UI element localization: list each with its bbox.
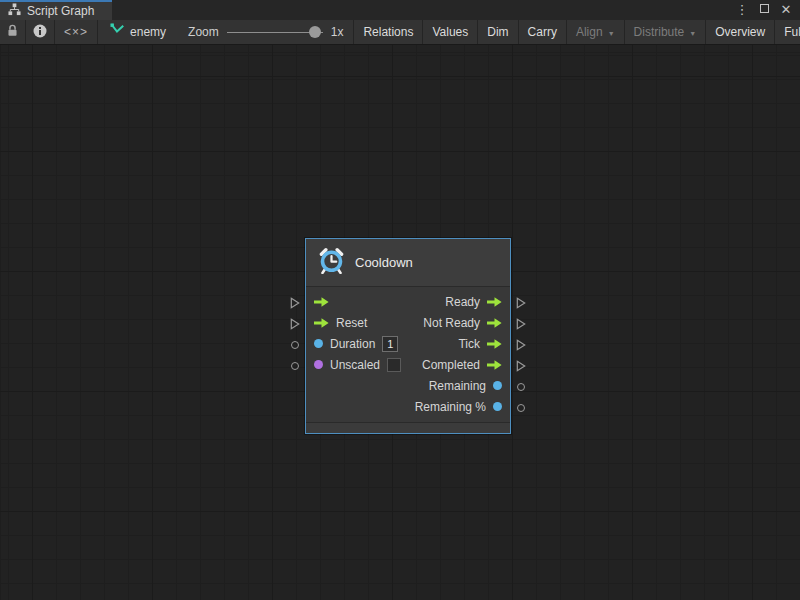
port-label: Remaining % (415, 400, 486, 414)
external-input-duration[interactable] (289, 339, 301, 351)
value-dot-icon (314, 339, 323, 348)
code-icon: <×> (64, 25, 88, 39)
flow-arrow-icon (314, 293, 329, 311)
tab-script-graph[interactable]: Script Graph (0, 0, 112, 20)
value-dot-icon (493, 402, 502, 411)
external-input-enter[interactable] (289, 297, 301, 309)
script-graph-window: Script Graph ⋮ ✕ (0, 0, 800, 600)
port-row: Remaining % (306, 396, 510, 417)
output-port-notready[interactable]: Not Ready (423, 314, 502, 332)
tab-bar: Script Graph ⋮ ✕ (0, 0, 800, 20)
flow-arrow-icon (314, 314, 329, 332)
graph-node-icon (110, 23, 124, 41)
external-output-tick[interactable] (515, 339, 527, 351)
toolbar-buttons: RelationsValuesDimCarryAlign▼Distribute▼… (354, 20, 800, 44)
lock-icon (7, 24, 18, 40)
toolbar-button-label: Carry (528, 25, 557, 39)
zoom-slider-handle[interactable] (309, 26, 321, 38)
maximize-icon[interactable] (756, 2, 772, 18)
value-dot-icon (314, 360, 323, 369)
port-label: Completed (422, 358, 480, 372)
window-controls: ⋮ ✕ (734, 0, 800, 20)
node-footer (306, 422, 510, 433)
zoom-value: 1x (331, 25, 344, 39)
graph-breadcrumb[interactable]: enemy (98, 20, 178, 44)
duration-value-field[interactable]: 1 (382, 336, 398, 352)
info-button[interactable] (26, 20, 54, 44)
zoom-control: Zoom 1x (178, 20, 353, 44)
external-output-ready[interactable] (515, 297, 527, 309)
graph-canvas[interactable]: Cooldown ReadyResetNot ReadyDuration1Tic… (0, 45, 800, 600)
toolbar-button-align[interactable]: Align▼ (567, 20, 624, 44)
flow-arrow-icon (487, 356, 502, 374)
toolbar-button-distribute[interactable]: Distribute▼ (625, 20, 706, 44)
node-title: Cooldown (355, 255, 413, 270)
toolbar-button-label: Distribute (634, 25, 685, 39)
chevron-down-icon: ▼ (608, 30, 615, 37)
output-port-ready[interactable]: Ready (445, 293, 502, 311)
lock-button[interactable] (0, 20, 25, 44)
external-input-unscaled[interactable] (289, 360, 301, 372)
cooldown-node[interactable]: Cooldown ReadyResetNot ReadyDuration1Tic… (305, 238, 511, 434)
info-icon (33, 24, 47, 41)
output-port-completed[interactable]: Completed (422, 356, 502, 374)
toolbar-button-dim[interactable]: Dim (478, 20, 517, 44)
external-output-remaining[interactable] (515, 381, 527, 393)
port-row: Remaining (306, 375, 510, 396)
node-ports: ReadyResetNot ReadyDuration1TickUnscaled… (306, 287, 510, 422)
graph-name: enemy (130, 25, 166, 39)
graph-hierarchy-icon (8, 2, 21, 20)
output-port-remaining[interactable]: Remaining % (415, 400, 502, 414)
zoom-label: Zoom (188, 25, 219, 39)
port-label: Ready (445, 295, 480, 309)
port-row: ResetNot Ready (306, 312, 510, 333)
node-header[interactable]: Cooldown (306, 239, 510, 287)
input-port-unscaled[interactable]: Unscaled (314, 358, 401, 372)
toolbar-button-label: Full Screen (784, 25, 800, 39)
toolbar-button-label: Dim (487, 25, 508, 39)
tab-label: Script Graph (27, 4, 94, 18)
port-row: Ready (306, 291, 510, 312)
flow-arrow-icon (487, 314, 502, 332)
port-label: Reset (336, 316, 367, 330)
input-port-enter[interactable] (314, 293, 329, 311)
unscaled-checkbox[interactable] (387, 358, 401, 372)
kebab-menu-icon[interactable]: ⋮ (734, 2, 750, 18)
output-port-tick[interactable]: Tick (458, 335, 502, 353)
input-port-duration[interactable]: Duration1 (314, 336, 398, 352)
port-label: Unscaled (330, 358, 380, 372)
toolbar-button-full-screen[interactable]: Full Screen (775, 20, 800, 44)
external-output-remaining[interactable] (515, 402, 527, 414)
toolbar-button-label: Values (432, 25, 468, 39)
external-output-notready[interactable] (515, 318, 527, 330)
alarm-clock-icon (318, 247, 345, 278)
port-row: UnscaledCompleted (306, 354, 510, 375)
graph-toolbar: <×> enemy Zoom 1x RelationsValuesDimCarr… (0, 20, 800, 45)
toolbar-button-label: Relations (363, 25, 413, 39)
toolbar-button-overview[interactable]: Overview (706, 20, 774, 44)
chevron-down-icon: ▼ (689, 30, 696, 37)
flow-arrow-icon (487, 293, 502, 311)
port-label: Remaining (429, 379, 486, 393)
zoom-slider[interactable] (227, 26, 323, 38)
port-row: Duration1Tick (306, 333, 510, 354)
input-port-reset[interactable]: Reset (314, 314, 367, 332)
external-output-completed[interactable] (515, 360, 527, 372)
toolbar-button-values[interactable]: Values (423, 20, 477, 44)
flow-arrow-icon (487, 335, 502, 353)
port-label: Not Ready (423, 316, 480, 330)
external-input-reset[interactable] (289, 318, 301, 330)
code-preview-button[interactable]: <×> (55, 20, 97, 44)
toolbar-button-relations[interactable]: Relations (354, 20, 422, 44)
value-dot-icon (493, 381, 502, 390)
toolbar-button-label: Align (576, 25, 603, 39)
close-icon[interactable]: ✕ (778, 2, 794, 18)
toolbar-button-carry[interactable]: Carry (519, 20, 566, 44)
toolbar-button-label: Overview (715, 25, 765, 39)
port-label: Duration (330, 337, 375, 351)
output-port-remaining[interactable]: Remaining (429, 379, 502, 393)
port-label: Tick (458, 337, 480, 351)
